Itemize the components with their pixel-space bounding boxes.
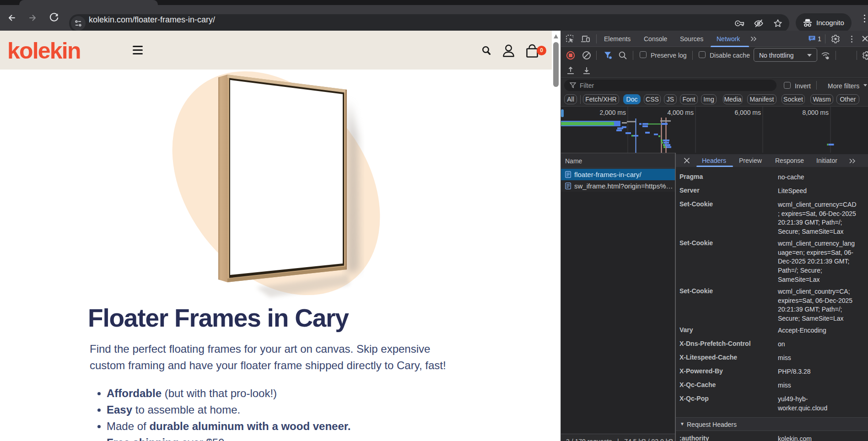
svg-text:6,000 ms: 6,000 ms <box>734 109 761 116</box>
svg-text:2,000 ms: 2,000 ms <box>599 109 626 116</box>
svg-text:8,000 ms: 8,000 ms <box>802 109 829 116</box>
svg-text:4,000 ms: 4,000 ms <box>667 109 694 116</box>
